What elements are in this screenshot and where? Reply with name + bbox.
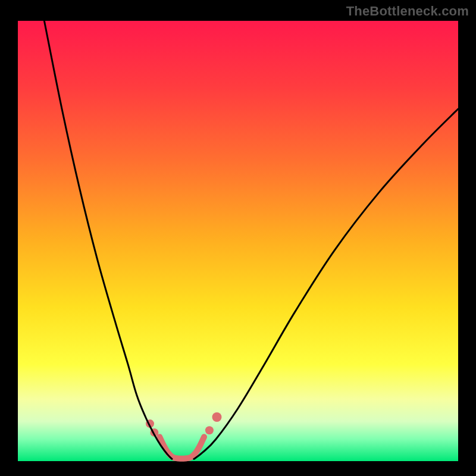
chart-gradient-bg bbox=[18, 21, 458, 461]
marker-dot-2 bbox=[205, 426, 214, 434]
marker-dot-3 bbox=[212, 412, 221, 422]
chart-frame: TheBottleneck.com bbox=[0, 0, 476, 476]
watermark-label: TheBottleneck.com bbox=[346, 4, 469, 19]
bottleneck-chart bbox=[0, 0, 476, 476]
